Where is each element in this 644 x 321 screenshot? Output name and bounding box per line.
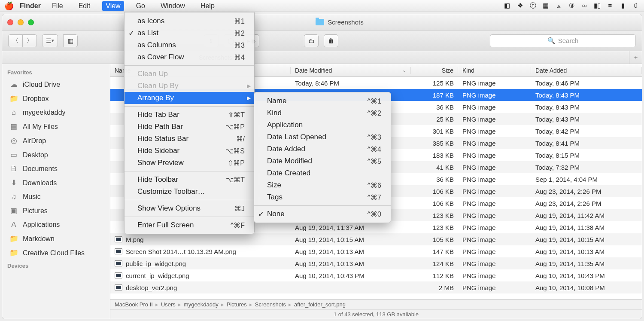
- tray-icon[interactable]: ◧: [503, 2, 511, 10]
- menu-item[interactable]: Date Modified^⌘5: [254, 155, 391, 167]
- menu-item[interactable]: as Icons⌘1: [125, 15, 254, 27]
- cell-added: Sep 1, 2014, 4:04 PM: [531, 176, 642, 183]
- sidebar-item[interactable]: AApplications: [2, 218, 110, 232]
- tray-icon[interactable]: ▮: [619, 2, 627, 10]
- cell-size: 36 KB: [411, 176, 458, 183]
- tray-icon[interactable]: ⟁: [555, 2, 562, 10]
- sidebar-item[interactable]: 📁Dropbox: [2, 92, 110, 106]
- sidebar-item[interactable]: ⬇Downloads: [2, 176, 110, 190]
- sidebar-item[interactable]: ◎AirDrop: [2, 134, 110, 148]
- sidebar-item[interactable]: 📁Creative Cloud Files: [2, 246, 110, 260]
- back-button[interactable]: 〈: [8, 34, 23, 47]
- sidebar-item[interactable]: 📁Markdown: [2, 232, 110, 246]
- sidebar-item[interactable]: ▭Desktop: [2, 148, 110, 162]
- menu-item[interactable]: as Cover Flow⌘4: [125, 51, 254, 63]
- new-tab-button[interactable]: ＋: [629, 51, 642, 64]
- path-segment[interactable]: Screenshots: [255, 301, 286, 308]
- menu-item[interactable]: ✓None^⌘0: [254, 208, 391, 220]
- menu-item[interactable]: Customize Toolbar…: [125, 186, 254, 198]
- zoom-button[interactable]: [28, 19, 34, 25]
- menu-item[interactable]: Enter Full Screen^⌘F: [125, 219, 254, 231]
- trash-button[interactable]: 🗑: [324, 34, 338, 47]
- menu-item[interactable]: Hide Sidebar⌥⌘S: [125, 145, 254, 157]
- menu-item[interactable]: as Columns⌘3: [125, 39, 254, 51]
- sidebar-item[interactable]: ⌂mygeekdaddy: [2, 106, 110, 119]
- shortcut: ^⌘F: [215, 221, 245, 229]
- menu-file[interactable]: File: [49, 1, 67, 11]
- menu-view[interactable]: View: [102, 1, 124, 11]
- cell-kind: PNG image: [458, 248, 531, 255]
- cell-kind: PNG image: [458, 79, 531, 87]
- menu-item[interactable]: Show View Options⌘J: [125, 202, 254, 214]
- path-segment[interactable]: after_folder_sort.png: [294, 301, 346, 308]
- menu-item-label: as Icons: [137, 17, 164, 25]
- table-row[interactable]: M.pngAug 19, 2014, 10:15 AM105 KBPNG ima…: [110, 233, 642, 245]
- menu-item[interactable]: Date Added^⌘4: [254, 143, 391, 155]
- col-date-added[interactable]: Date Added: [531, 67, 642, 74]
- sidebar-item[interactable]: ▤All My Files: [2, 119, 110, 134]
- menu-item[interactable]: Arrange By▶: [125, 92, 254, 104]
- menu-item[interactable]: Hide Path Bar⌥⌘P: [125, 121, 254, 133]
- minimize-button[interactable]: [18, 19, 24, 25]
- tray-icon[interactable]: ∞: [580, 2, 588, 10]
- dropbox-icon[interactable]: ❖: [516, 2, 524, 10]
- system-menubar: 🍎 Finder File Edit View Go Window Help ◧…: [0, 0, 644, 12]
- sidebar-item-icon: ▭: [9, 150, 18, 159]
- sidebar-item[interactable]: 🗎Documents: [2, 162, 110, 176]
- tray-icon[interactable]: ⓣ: [529, 2, 537, 10]
- tray-icon[interactable]: ≡: [606, 2, 614, 10]
- forward-button[interactable]: 〉: [22, 34, 37, 47]
- file-icon: [115, 248, 122, 254]
- menu-edit[interactable]: Edit: [75, 1, 94, 11]
- menu-item[interactable]: Application: [254, 119, 391, 131]
- path-segment[interactable]: MacBook Pro II: [115, 301, 153, 308]
- table-row[interactable]: desktop_ver2.png2 MBPNG imageAug 10, 201…: [110, 281, 642, 293]
- path-segment[interactable]: Pictures: [227, 301, 247, 308]
- close-button[interactable]: [7, 19, 13, 25]
- cell-date: Aug 19, 2014, 10:15 AM: [291, 236, 411, 243]
- menu-item[interactable]: Hide Toolbar⌥⌘T: [125, 174, 254, 186]
- path-segment[interactable]: mygeekdaddy: [184, 301, 219, 308]
- menu-item[interactable]: Hide Status Bar⌘/: [125, 133, 254, 145]
- search-input[interactable]: 🔍 Search: [490, 34, 636, 47]
- menu-item[interactable]: Date Created: [254, 167, 391, 179]
- menu-item[interactable]: Kind^⌘2: [254, 107, 391, 119]
- cell-added: Aug 23, 2014, 2:26 PM: [531, 188, 642, 195]
- app-name[interactable]: Finder: [20, 2, 41, 10]
- tray-icon[interactable]: ▦: [542, 2, 550, 10]
- table-row[interactable]: Screen Shot 2014…t 10.13.29 AM.pngAug 19…: [110, 245, 642, 257]
- menu-go[interactable]: Go: [133, 1, 149, 11]
- menu-item-label: Clean Up: [137, 70, 168, 78]
- window-title: Screenshots: [316, 18, 363, 26]
- menu-item[interactable]: Show Preview⇧⌘P: [125, 157, 254, 169]
- tray-icon[interactable]: ü: [632, 2, 640, 10]
- shortcut: ⇧⌘T: [213, 111, 245, 119]
- col-kind[interactable]: Kind: [458, 67, 531, 74]
- apple-menu-icon[interactable]: 🍎: [4, 1, 14, 11]
- menu-item[interactable]: Name^⌘1: [254, 95, 391, 107]
- menu-help[interactable]: Help: [197, 1, 218, 11]
- menu-window[interactable]: Window: [157, 1, 188, 11]
- table-row[interactable]: current_ip_widget.pngAug 10, 2014, 10:43…: [110, 269, 642, 281]
- sidebar-item[interactable]: ▣Pictures: [2, 204, 110, 218]
- tray-icon[interactable]: ③: [568, 2, 575, 10]
- file-name: desktop_ver2.png: [126, 284, 177, 291]
- col-date-modified[interactable]: Date Modified⌄: [291, 67, 411, 74]
- sidebar-item-label: Music: [23, 193, 41, 201]
- view-mode-button[interactable]: ☰ ▾: [42, 34, 58, 47]
- menu-item[interactable]: Date Last Opened^⌘3: [254, 131, 391, 143]
- menu-item[interactable]: Size^⌘6: [254, 179, 391, 191]
- col-size[interactable]: Size: [411, 67, 458, 74]
- cell-kind: PNG image: [458, 92, 531, 99]
- sidebar-item[interactable]: ☁︎iCloud Drive: [2, 77, 110, 92]
- menu-item[interactable]: Hide Tab Bar⇧⌘T: [125, 109, 254, 121]
- path-bar[interactable]: MacBook Pro II▸Users▸mygeekdaddy▸Picture…: [110, 299, 642, 309]
- menu-item[interactable]: ✓as List⌘2: [125, 27, 254, 39]
- menu-item[interactable]: Tags^⌘7: [254, 191, 391, 203]
- icon-view-button[interactable]: ▦: [63, 34, 78, 47]
- path-segment[interactable]: Users: [161, 301, 176, 308]
- battery-icon[interactable]: ▮▯: [593, 2, 601, 10]
- new-folder-button[interactable]: 🗀: [304, 34, 319, 47]
- table-row[interactable]: public_ip_widget.pngAug 19, 2014, 10:13 …: [110, 257, 642, 269]
- sidebar-item[interactable]: ♫Music: [2, 190, 110, 204]
